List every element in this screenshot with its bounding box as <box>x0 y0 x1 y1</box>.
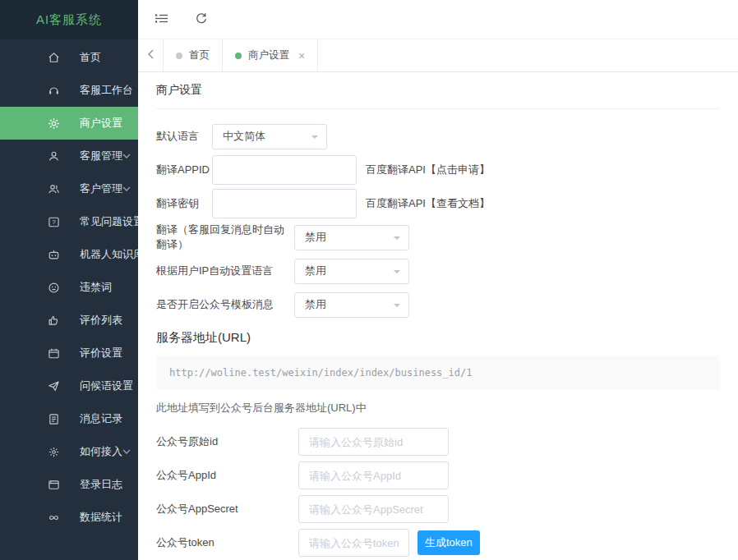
translate-appid-input[interactable] <box>212 155 357 185</box>
caret-down-icon <box>394 236 400 243</box>
sidebar-item-label: 首页 <box>80 50 101 65</box>
sidebar-item-home[interactable]: 首页 <box>0 41 138 74</box>
select-value: 禁用 <box>305 230 326 245</box>
chevron-down-icon <box>122 154 131 158</box>
main-area: 首页 商户设置 × 商户设置 默认语言 中文简体 翻译APPID 百度翻译API… <box>138 0 738 560</box>
sidebar-item-label: 常见问题设置 <box>80 214 144 229</box>
sidebar-item-message-log[interactable]: 消息记录 <box>0 402 138 435</box>
users-icon <box>47 182 60 195</box>
form-row-mp-appid: 公众号AppId <box>156 461 720 490</box>
infinity-icon <box>47 511 60 524</box>
sidebar-item-label: 消息记录 <box>80 411 122 426</box>
server-url-value: http://woline.test/weixin/index/index/bu… <box>156 356 720 390</box>
tab-label: 商户设置 <box>248 48 289 62</box>
window-icon <box>47 478 60 491</box>
field-label: 翻译密钥 <box>156 196 212 211</box>
mp-appid-input[interactable] <box>298 461 449 489</box>
tab-close-icon[interactable]: × <box>298 50 305 62</box>
ip-language-select[interactable]: 禁用 <box>294 259 409 284</box>
translate-secret-input[interactable] <box>212 189 357 218</box>
paper-plane-icon <box>47 379 60 392</box>
default-language-select[interactable]: 中文简体 <box>212 124 327 149</box>
sidebar-item-review-list[interactable]: 评价列表 <box>0 304 138 337</box>
frown-icon <box>47 281 60 294</box>
sidebar-item-label: 登录日志 <box>80 477 122 492</box>
refresh-icon <box>195 11 208 27</box>
mp-appsecret-input[interactable] <box>298 495 449 523</box>
chevron-down-icon <box>122 449 131 454</box>
field-label: 翻译（客服回复消息时自动翻译） <box>156 223 294 252</box>
sidebar-item-workbench[interactable]: 客服工作台 <box>0 74 138 107</box>
sidebar-item-greeting-settings[interactable]: 问候语设置 <box>0 370 138 402</box>
tab-label: 首页 <box>189 48 210 62</box>
sidebar-item-how-to-connect[interactable]: 如何接入 <box>0 435 138 468</box>
top-toolbar <box>138 0 738 39</box>
sidebar-item-robot-knowledge[interactable]: 机器人知识库 <box>0 238 138 271</box>
template-message-select[interactable]: 禁用 <box>294 292 409 318</box>
sidebar-item-customer-management[interactable]: 客户管理 <box>0 172 138 205</box>
sidebar-item-label: 商户设置 <box>80 116 122 131</box>
field-label: 根据用户IP自动设置语言 <box>156 264 294 278</box>
collapse-sidebar-icon <box>155 12 168 27</box>
form-row-template-message-switch: 是否开启公众号模板消息 禁用 <box>156 290 720 319</box>
field-label: 翻译APPID <box>156 163 212 177</box>
integration-icon <box>47 445 60 458</box>
chevron-down-icon <box>122 186 131 191</box>
mp-token-input[interactable] <box>298 529 409 557</box>
tab-status-dot <box>235 53 242 59</box>
refresh-button[interactable] <box>193 10 210 29</box>
field-label: 公众号原始id <box>156 434 298 449</box>
select-value: 禁用 <box>305 264 326 278</box>
sidebar-item-label: 客户管理 <box>80 181 122 196</box>
sidebar-item-faq-settings[interactable]: ? 常见问题设置 <box>0 205 138 238</box>
faq-icon: ? <box>47 215 60 228</box>
field-label: 是否开启公众号模板消息 <box>156 297 294 312</box>
server-url-note: 此地址填写到公众号后台服务器地址(URL)中 <box>156 401 720 415</box>
sidebar-item-label: 客服管理 <box>80 149 122 163</box>
field-label: 默认语言 <box>156 129 212 144</box>
page-title: 商户设置 <box>156 83 720 109</box>
form-row-default-language: 默认语言 中文简体 <box>156 122 720 151</box>
collapse-sidebar-button[interactable] <box>153 11 170 29</box>
form-row-mp-appsecret: 公众号AppSecret <box>156 494 720 524</box>
tabs-scroll-left-button[interactable] <box>138 39 163 71</box>
server-url-heading: 服务器地址(URL) <box>156 330 720 346</box>
calendar-icon <box>47 347 60 360</box>
baidu-api-apply-link[interactable]: 百度翻译API【点击申请】 <box>366 163 490 177</box>
form-row-ip-language: 根据用户IP自动设置语言 禁用 <box>156 256 720 286</box>
baidu-api-docs-link[interactable]: 百度翻译API【查看文档】 <box>366 196 490 211</box>
sidebar-item-merchant-settings[interactable]: 商户设置 <box>0 107 138 140</box>
select-value: 中文简体 <box>223 129 265 144</box>
caret-down-icon <box>394 304 400 310</box>
document-icon <box>47 412 60 425</box>
sidebar-item-banned-words[interactable]: 违禁词 <box>0 271 138 304</box>
sidebar-item-label: 评价设置 <box>80 346 122 360</box>
tab-merchant-settings[interactable]: 商户设置 × <box>223 39 318 71</box>
form-row-auto-translate: 翻译（客服回复消息时自动翻译） 禁用 <box>156 223 720 252</box>
field-label: 公众号AppId <box>156 468 298 483</box>
sidebar-item-login-log[interactable]: 登录日志 <box>0 468 138 501</box>
robot-icon <box>47 248 60 261</box>
field-label: 公众号AppSecret <box>156 502 298 516</box>
form-row-mp-token: 公众号token 生成token <box>156 528 720 558</box>
home-icon <box>47 51 60 64</box>
mp-original-id-input[interactable] <box>298 428 449 456</box>
sidebar-item-agent-management[interactable]: 客服管理 <box>0 140 138 172</box>
sidebar-item-review-settings[interactable]: 评价设置 <box>0 337 138 370</box>
tab-home[interactable]: 首页 <box>163 39 223 71</box>
auto-translate-select[interactable]: 禁用 <box>294 225 409 250</box>
user-icon <box>47 149 60 163</box>
form-row-translate-appid: 翻译APPID 百度翻译API【点击申请】 <box>156 155 720 185</box>
gear-icon <box>47 117 60 130</box>
sidebar-item-label: 评价列表 <box>80 313 122 328</box>
sidebar-item-statistics[interactable]: 数据统计 <box>0 501 138 534</box>
caret-down-icon <box>311 135 318 142</box>
sidebar-item-label: 问候语设置 <box>80 379 133 393</box>
tab-status-dot <box>176 53 182 59</box>
generate-token-button[interactable]: 生成token <box>417 530 480 555</box>
sidebar-item-label: 机器人知识库 <box>80 247 144 262</box>
settings-panel: 商户设置 默认语言 中文简体 翻译APPID 百度翻译API【点击申请】 翻译密… <box>138 72 738 560</box>
sidebar-item-label: 如何接入 <box>80 444 122 459</box>
tab-bar: 首页 商户设置 × <box>138 39 738 72</box>
sidebar-item-label: 数据统计 <box>80 510 122 525</box>
